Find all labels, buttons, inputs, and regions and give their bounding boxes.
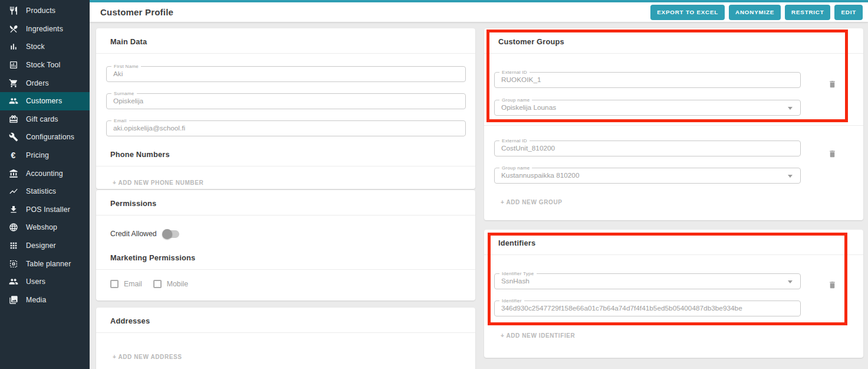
email-value: aki.opiskelija@school.fi [107,121,465,136]
delete-group-button[interactable] [827,148,838,161]
identifier-type-value: SsnHash [495,274,800,289]
customer-group-row: External ID RUOKOIK_1 Group name Opiskel… [484,54,863,125]
credit-allowed-row: Credit Allowed [96,215,475,238]
sidebar-nav: ProductsIngredientsStockStock ToolOrders… [0,2,90,309]
restrict-button[interactable]: RESTRICT [785,5,830,20]
trash-icon [828,80,837,89]
sidebar-item-label: Webshop [26,223,57,231]
group-name-select[interactable]: Group name Opiskelija Lounas [494,100,801,116]
globe-icon [8,223,18,233]
sidebar-item-label: Customers [26,97,62,105]
sidebar-item-table-planner[interactable]: Table planner [0,254,90,273]
main-data-card: Main Data First Name Aki Surname Opiskel… [96,28,475,189]
permissions-card: Permissions Credit Allowed Marketing Per… [96,190,475,301]
euro-icon: € [8,151,18,161]
external-id-field[interactable]: External ID RUOKOIK_1 [494,72,801,88]
sidebar-item-pricing[interactable]: €Pricing [0,146,90,165]
right-column: Customer Groups External ID RUOKOIK_1 Gr… [484,28,863,369]
sidebar-item-media[interactable]: Media [0,291,90,309]
restaurant-menu-icon [8,24,18,34]
sidebar-item-accounting[interactable]: Accounting [0,164,90,182]
cart-icon [8,78,18,88]
sidebar-item-label: Designer [26,241,56,250]
mobile-checkbox[interactable]: Mobile [153,280,188,288]
main-data-title: Main Data [96,28,475,54]
trend-line-icon [8,187,18,197]
checkbox-icon [153,280,162,288]
sidebar-item-label: Pricing [26,151,49,159]
sidebar-item-gift-cards[interactable]: Gift cards [0,110,90,129]
surname-value: Opiskelija [107,94,465,109]
sidebar-item-label: Stock [26,43,45,51]
first-name-label: First Name [111,64,141,70]
table-planner-icon [8,259,18,269]
add-new-group-link[interactable]: + ADD NEW GROUP [501,199,562,205]
identifier-type-select[interactable]: Identifier Type SsnHash [494,273,801,289]
external-id-field[interactable]: External ID CostUnit_810200 [494,141,801,156]
delete-group-button[interactable] [827,79,838,92]
group-fields: External ID CostUnit_810200 Group name K… [484,126,801,184]
first-name-field[interactable]: First Name Aki [106,66,466,82]
email-checkbox-label: Email [124,280,142,288]
bar-chart-icon [8,42,18,52]
external-id-label: External ID [499,70,530,76]
phone-numbers-title: Phone Numbers [96,148,475,166]
checkbox-icon [110,280,119,288]
trash-icon [828,280,837,289]
identifier-field[interactable]: Identifier 346d930c2547729f158e66a01c7b6… [494,301,801,316]
surname-field[interactable]: Surname Opiskelija [106,93,466,109]
delete-identifier-button[interactable] [827,279,838,292]
page-title: Customer Profile [100,7,650,17]
permissions-title: Permissions [96,190,475,215]
customer-groups-title: Customer Groups [484,28,863,54]
download-icon [8,204,18,214]
people-icon [8,96,18,106]
sidebar-item-label: Products [26,6,55,15]
identifier-actions [801,255,863,316]
trash-icon [828,149,837,158]
group-actions [801,126,863,184]
media-icon [8,295,18,305]
bank-icon [8,168,18,178]
group-name-label: Group name [499,97,532,103]
group-fields: External ID RUOKOIK_1 Group name Opiskel… [484,54,801,116]
export-to-excel-button[interactable]: EXPORT TO EXCEL [650,5,725,20]
main-area: Customer Profile EXPORT TO EXCEL ANONYMI… [90,0,868,369]
sidebar-item-label: Stock Tool [26,61,61,69]
addresses-title: Addresses [96,308,475,333]
add-new-phone-number-link[interactable]: + ADD NEW PHONE NUMBER [113,179,203,186]
sidebar-item-label: Orders [26,79,49,87]
main-data-fields: First Name Aki Surname Opiskelija Email … [96,54,475,136]
edit-button[interactable]: EDIT [834,5,863,20]
grid-icon [8,241,18,251]
topbar: Customer Profile EXPORT TO EXCEL ANONYMI… [90,2,868,22]
email-label: Email [111,118,129,124]
sidebar-item-label: Configurations [26,133,74,141]
sidebar-item-designer[interactable]: Designer [0,237,90,255]
sidebar-item-label: Table planner [26,260,71,268]
email-field[interactable]: Email aki.opiskelija@school.fi [106,120,466,136]
left-column: Main Data First Name Aki Surname Opiskel… [96,28,475,369]
sidebar-item-pos-installer[interactable]: POS Installer [0,201,90,219]
users-icon [8,277,18,287]
add-new-address-link[interactable]: + ADD NEW ADDRESS [113,354,182,360]
credit-allowed-toggle[interactable] [163,230,179,238]
sidebar-item-stock-tool[interactable]: Stock Tool [0,56,90,74]
restaurant-icon [8,6,18,16]
add-new-identifier-link[interactable]: + ADD NEW IDENTIFIER [501,332,575,339]
group-name-select[interactable]: Group name Kustannuspaikka 810200 [494,168,801,184]
sidebar-item-webshop[interactable]: Webshop [0,218,90,237]
email-checkbox[interactable]: Email [110,280,142,288]
sidebar-item-ingredients[interactable]: Ingredients [0,20,90,38]
sidebar-item-users[interactable]: Users [0,273,90,291]
sidebar-item-configurations[interactable]: Configurations [0,128,90,146]
sidebar-item-customers[interactable]: Customers [0,92,90,110]
sidebar-item-stock[interactable]: Stock [0,38,90,56]
marketing-checkboxes: Email Mobile [96,270,475,288]
sidebar-item-statistics[interactable]: Statistics [0,182,90,201]
anonymize-button[interactable]: ANONYMIZE [729,5,781,20]
credit-allowed-label: Credit Allowed [110,230,157,238]
sidebar-item-products[interactable]: Products [0,2,90,20]
sidebar-item-orders[interactable]: Orders [0,74,90,92]
topbar-buttons: EXPORT TO EXCEL ANONYMIZE RESTRICT EDIT [650,5,863,20]
